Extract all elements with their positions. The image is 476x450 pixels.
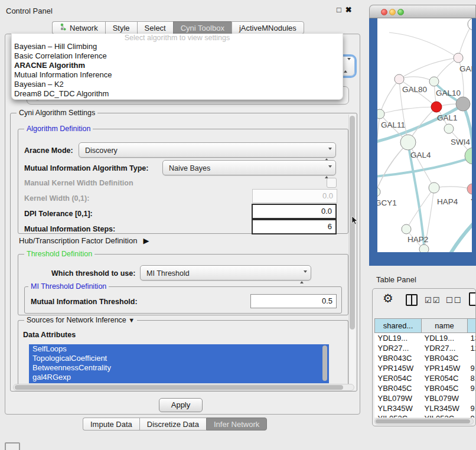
network-node[interactable] <box>429 77 439 86</box>
table-cell: YLR345W <box>422 403 468 413</box>
dropdown-item[interactable]: Mutual Information Inference <box>12 70 343 80</box>
node-label: GAL1 <box>437 113 458 122</box>
dropdown-placeholder: Select algorithm to view settings <box>12 34 343 42</box>
network-node[interactable] <box>402 224 411 234</box>
unchecked-boxes-icon[interactable]: ☐☐ <box>446 296 462 305</box>
network-canvas[interactable]: GALGAL80GAL10GAL1GAL11GAL4SWI4GCY1HAP4YH… <box>377 18 472 252</box>
column-header[interactable]: name <box>422 319 468 333</box>
mi-threshold-group-title: MI Threshold Definition <box>28 282 109 291</box>
zoom-window-icon[interactable] <box>397 9 404 15</box>
dpi-tolerance-label: DPI Tolerance [0,1]: <box>24 210 93 218</box>
table-row[interactable]: YPR145WYPR145W9. <box>375 363 476 373</box>
document-icon[interactable] <box>469 292 476 306</box>
mi-type-label: Mutual Information Algorithm Type: <box>24 164 148 172</box>
table-cell: 9. <box>468 413 476 418</box>
tab-discretize-data[interactable]: Discretize Data <box>139 418 206 431</box>
column-header[interactable]: shared... <box>375 319 422 333</box>
network-node[interactable] <box>429 182 439 193</box>
tab-select[interactable]: Select <box>137 21 173 34</box>
network-node[interactable] <box>454 53 463 63</box>
mouse-cursor <box>351 216 358 228</box>
float-window-icon[interactable]: □ <box>337 5 341 15</box>
dropdown-item-list: Bayesian – Hill ClimbingBasic Correlatio… <box>12 42 343 99</box>
tab-network[interactable]: Network <box>52 21 105 34</box>
checked-boxes-icon[interactable]: ☑☑ <box>425 296 441 305</box>
scrollbar-thumb[interactable] <box>15 385 343 390</box>
network-window-titlebar[interactable] <box>369 5 476 18</box>
network-node[interactable] <box>467 184 472 194</box>
mi-threshold-label: Mutual Information Threshold: <box>31 298 138 306</box>
dropdown-item[interactable]: Bayesian – K2 <box>12 80 343 89</box>
table-row[interactable]: YDL19...YDL19...13 <box>375 333 476 344</box>
close-window-icon[interactable] <box>381 9 387 15</box>
dropdown-item[interactable]: Basic Correlation Inference <box>12 51 343 61</box>
close-panel-icon[interactable]: ✖ <box>345 5 352 15</box>
network-view-window: GALGAL80GAL10GAL1GAL11GAL4SWI4GCY1HAP4YH… <box>369 5 476 266</box>
table-row[interactable]: YLR345WYLR345W9. <box>375 403 476 413</box>
tab-impute-data[interactable]: Impute Data <box>83 418 139 431</box>
attribute-list-item[interactable]: TopologicalCoefficient <box>29 354 329 363</box>
which-threshold-combobox[interactable]: MI Threshold <box>140 265 311 281</box>
combo-stepper-icon <box>325 146 331 154</box>
expand-down-icon[interactable]: ▼ <box>128 317 135 324</box>
tab-label: Infer Network <box>214 420 259 429</box>
network-node[interactable] <box>377 187 380 197</box>
network-node[interactable] <box>419 244 429 252</box>
table-cell: YBR043C <box>422 353 468 363</box>
network-node[interactable] <box>377 109 384 119</box>
dropdown-item[interactable]: Dream8 DC_TDC Algorithm <box>12 89 343 99</box>
table-horizontal-scrollbar[interactable] <box>374 418 474 425</box>
tab-style[interactable]: Style <box>105 21 137 34</box>
table-row[interactable]: YER054CYER054C8. <box>375 373 476 383</box>
table-row[interactable]: YDR27...YDR27...12 <box>375 343 476 353</box>
sources-title-text: Sources for Network Inference <box>27 316 126 324</box>
dropdown-item[interactable]: Bayesian – Hill Climbing <box>12 42 343 51</box>
tab-infer-network[interactable]: Infer Network <box>206 418 267 431</box>
network-node[interactable] <box>468 18 472 30</box>
table-row[interactable]: YBR045CYBR045C9. <box>375 383 476 393</box>
settings-vertical-scrollbar[interactable] <box>348 115 356 390</box>
settings-horizontal-scrollbar[interactable] <box>13 384 354 391</box>
network-node[interactable] <box>431 102 442 112</box>
mi-type-combobox[interactable]: Naive Bayes <box>162 160 336 175</box>
network-node[interactable] <box>444 124 454 133</box>
hub-definition-expander[interactable]: Hub/Transcription Factor Definition ▶ <box>19 236 149 245</box>
mi-steps-input[interactable]: 6 <box>252 219 337 234</box>
data-attributes-list[interactable]: SelfLoopsTopologicalCoefficientBetweenne… <box>29 344 329 383</box>
attribute-list-item[interactable]: gal4RGexp <box>29 373 329 382</box>
dpi-tolerance-input[interactable]: 0.0 <box>252 204 337 219</box>
table-cell: 9. <box>468 363 476 373</box>
table-panel: ⚙ ☑☑ ☐☐ shared...nameA YDL19...YDL19...1… <box>372 288 476 426</box>
column-header[interactable]: A <box>468 319 476 333</box>
network-node[interactable] <box>456 97 470 111</box>
combo-stepper-icon <box>325 164 331 172</box>
table-cell <box>468 353 476 363</box>
mi-steps-label: Mutual Information Steps: <box>24 225 115 233</box>
apply-button[interactable]: Apply <box>159 398 203 412</box>
network-node[interactable] <box>465 148 472 164</box>
minimized-panel-icon[interactable] <box>5 442 20 450</box>
mi-threshold-input[interactable]: 0.5 <box>250 294 337 308</box>
network-node[interactable] <box>395 74 404 84</box>
tab-jactivemnodules[interactable]: jActiveMNodules <box>232 21 304 34</box>
table-row[interactable]: YBL079WYBL079W <box>375 393 476 403</box>
dropdown-item[interactable]: ARACNE Algorithm <box>12 61 343 70</box>
gear-icon[interactable]: ⚙ <box>383 291 393 305</box>
table-row[interactable]: YBR043CYBR043C <box>375 353 476 363</box>
aracne-mode-combobox[interactable]: Discovery <box>79 142 336 158</box>
attribute-list-item[interactable]: BetweennessCentrality <box>29 363 329 373</box>
minimize-window-icon[interactable] <box>389 9 396 15</box>
kernel-width-input[interactable]: 0.0 <box>252 189 337 203</box>
table-cell: YBL079W <box>422 393 468 403</box>
split-columns-icon[interactable] <box>406 294 418 306</box>
manual-kernel-checkbox[interactable] <box>327 178 337 188</box>
cyni-toolbox-panel: gal-filtered.sif default node Select alg… <box>5 34 360 415</box>
table-cell: 9. <box>468 383 476 393</box>
scrollbar-thumb[interactable] <box>376 419 470 423</box>
attribute-list-item[interactable]: SelfLoops <box>29 344 329 354</box>
list-scrollbar-thumb[interactable] <box>322 345 327 381</box>
network-node[interactable] <box>400 135 416 150</box>
tab-cyni-toolbox[interactable]: Cyni Toolbox <box>173 21 232 34</box>
table-row[interactable]: YIL053CYIL053C9. <box>375 413 476 418</box>
expand-right-icon: ▶ <box>143 236 149 245</box>
